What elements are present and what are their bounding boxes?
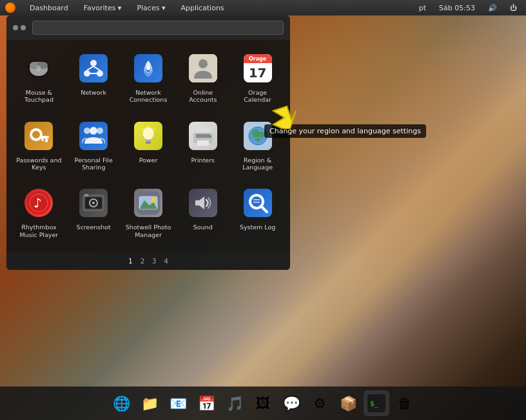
dock-item-photos[interactable]: 🖼 [250, 390, 276, 416]
dock-item-chat[interactable]: 💬 [278, 390, 304, 416]
app-orage-calendar-label: Orage Calendar [235, 89, 281, 104]
app-shotwell-label: Shotwell Photo Manager [125, 224, 171, 238]
svg-point-50 [151, 198, 156, 203]
app-printers-label: Printers [191, 157, 215, 164]
app-personal-file-sharing[interactable]: Personal File Sharing [66, 113, 121, 180]
taskbar-applications[interactable]: Applications [177, 3, 228, 14]
dock-item-music[interactable]: 🎵 [222, 390, 248, 416]
dock-item-trash[interactable]: 🗑 [392, 390, 418, 416]
svg-point-13 [199, 59, 208, 68]
bottom-dock: 🌐 📁 📧 📅 🎵 🖼 💬 ⚙ 📦 $_ 🗑 [0, 387, 526, 420]
app-orage-calendar[interactable]: Orage 17 Orage Calendar [230, 45, 285, 113]
svg-point-14 [31, 129, 41, 140]
page-3[interactable]: 3 [152, 258, 156, 265]
orage-calendar-icon: Orage 17 [244, 54, 272, 82]
taskbar-favorites[interactable]: Favorites ▾ [80, 3, 126, 14]
power-icon-display [134, 122, 162, 150]
passwords-keys-icon [24, 122, 53, 150]
dock-item-settings[interactable]: ⚙ [307, 390, 333, 416]
dock-item-terminal[interactable]: $_ [364, 390, 389, 416]
app-printers[interactable]: Printers [175, 113, 230, 180]
taskbar: Dashboard Favorites ▾ Places ▾ Applicati… [0, 0, 526, 15]
app-mouse-touchpad-label: Mouse & Touchpad [15, 89, 62, 104]
svg-point-4 [37, 65, 41, 72]
svg-line-25 [153, 128, 155, 129]
app-region-language-label: Region & Language [235, 157, 281, 171]
app-network-connections[interactable]: Network Connections [121, 45, 176, 113]
dock-item-browser[interactable]: 🌐 [108, 390, 134, 416]
desktop: Dashboard Favorites ▾ Places ▾ Applicati… [0, 0, 526, 420]
app-power[interactable]: Power [121, 113, 176, 180]
svg-point-19 [84, 128, 90, 134]
taskbar-dashboard[interactable]: Dashboard [26, 3, 72, 14]
app-network-connections-label: Network Connections [125, 89, 171, 104]
app-system-log[interactable]: System Log [230, 180, 285, 247]
region-language-icon [244, 122, 272, 150]
svg-rect-17 [41, 138, 44, 141]
app-online-accounts[interactable]: Online Accounts [175, 45, 230, 113]
svg-point-20 [97, 128, 103, 134]
app-network[interactable]: Network [66, 45, 121, 113]
dock-item-apps[interactable]: 📦 [335, 390, 361, 416]
svg-point-34 [252, 129, 258, 138]
app-sound-label: Sound [193, 224, 213, 231]
taskbar-places[interactable]: Places ▾ [133, 3, 169, 14]
app-passwords-keys-label: Passwords and Keys [15, 157, 62, 171]
language-indicator[interactable]: pt [415, 3, 430, 14]
svg-line-9 [93, 66, 100, 70]
app-online-accounts-label: Online Accounts [180, 89, 226, 104]
taskbar-left: Dashboard Favorites ▾ Places ▾ Applicati… [5, 3, 415, 14]
app-rhythmbox-label: Rhythmbox Music Player [15, 224, 62, 238]
svg-text:$_: $_ [370, 399, 379, 408]
personal-file-sharing-icon [79, 122, 108, 150]
online-accounts-icon [189, 54, 217, 82]
dock-item-email[interactable]: 📧 [165, 390, 191, 416]
printers-icon [189, 122, 217, 150]
dock-item-files[interactable]: 📁 [137, 390, 162, 416]
app-rhythmbox[interactable]: ♪ Rhythmbox Music Player [12, 180, 66, 247]
svg-point-18 [90, 127, 97, 135]
app-sound[interactable]: Sound [175, 180, 230, 247]
network-icon [79, 54, 108, 82]
svg-rect-27 [195, 128, 211, 133]
network-connections-icon [134, 54, 162, 82]
app-shotwell[interactable]: Shotwell Photo Manager [121, 180, 176, 247]
app-network-label: Network [81, 89, 106, 96]
svg-rect-22 [146, 140, 151, 142]
svg-point-11 [146, 66, 150, 70]
page-2[interactable]: 2 [141, 258, 144, 265]
app-drawer: Mouse & Touchpad [6, 15, 290, 270]
app-mouse-touchpad[interactable]: Mouse & Touchpad [12, 45, 66, 113]
svg-rect-16 [45, 138, 48, 142]
app-personal-file-sharing-label: Personal File Sharing [70, 157, 117, 171]
drawer-header [6, 15, 290, 40]
app-system-log-label: System Log [240, 224, 275, 231]
taskbar-right: pt Sáb 05:53 🔊 ⏻ [415, 3, 521, 14]
app-screenshot-label: Screenshot [77, 224, 111, 231]
dock-item-calendar[interactable]: 📅 [193, 390, 219, 416]
svg-line-54 [261, 206, 267, 212]
app-passwords-keys[interactable]: Passwords and Keys [12, 113, 66, 180]
power-icon[interactable]: ⏻ [506, 3, 521, 14]
page-4[interactable]: 4 [164, 258, 168, 265]
rhythmbox-icon: ♪ [24, 189, 53, 217]
svg-rect-29 [196, 134, 210, 138]
page-1[interactable]: 1 [128, 258, 132, 265]
svg-rect-30 [197, 140, 209, 146]
svg-rect-23 [146, 142, 151, 144]
drawer-dot-2 [21, 25, 26, 30]
sound-icon [189, 189, 217, 217]
drawer-grid: Mouse & Touchpad [6, 40, 290, 253]
system-log-icon [244, 189, 272, 217]
app-region-language[interactable]: Region & Language [230, 113, 285, 180]
mouse-touchpad-icon [24, 54, 53, 82]
volume-icon[interactable]: 🔊 [484, 3, 501, 14]
app-screenshot[interactable]: Screenshot [66, 180, 121, 247]
screenshot-icon [79, 189, 108, 217]
svg-line-26 [142, 128, 143, 129]
drawer-dot-1 [13, 25, 18, 30]
svg-point-21 [142, 127, 154, 140]
svg-rect-31 [209, 135, 211, 138]
shotwell-icon [134, 189, 162, 217]
search-input[interactable] [32, 21, 284, 35]
